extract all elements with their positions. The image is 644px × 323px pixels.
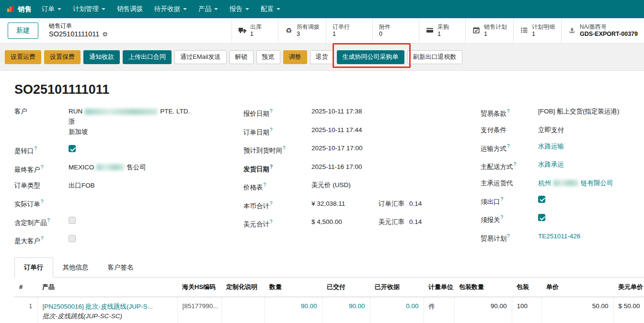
col-header-hs-code[interactable]: 海关HS编码 <box>177 278 221 297</box>
truck-icon <box>238 26 246 35</box>
order-type-value[interactable]: 出口FOB <box>69 181 95 190</box>
smart-button-attachments[interactable]: 附件0 <box>372 18 419 43</box>
transport-mode-link[interactable]: 水路运输 <box>538 142 564 151</box>
col-header-product[interactable]: 产品 <box>37 278 177 297</box>
nav-item-to-invoice[interactable]: 待开收据 <box>149 0 192 18</box>
main-delivery-link[interactable]: 水路承运 <box>538 160 564 169</box>
field-payment-term: 支付条件 立即支付 <box>481 125 644 135</box>
credit-card-icon <box>426 26 434 35</box>
preview-button[interactable]: 预览 <box>256 50 280 64</box>
usd-rate-label: 美元汇率 <box>379 217 404 227</box>
table-row[interactable]: 1 [PN25050016] 批次-皮线跳线(JUP-S... 批次-皮线跳线(… <box>14 297 644 323</box>
cell-product[interactable]: [PN25050016] 批次-皮线跳线(JUP-S... 批次-皮线跳线(JU… <box>37 297 177 323</box>
cell-package[interactable]: 100 <box>512 297 541 323</box>
usd-total-value[interactable]: $ 4,500.00 <box>311 217 379 227</box>
has-custom-product-checkbox[interactable] <box>69 217 76 224</box>
cell-invoiced[interactable]: 0.00 <box>370 297 424 323</box>
incoterm-value[interactable]: [FOB] 船上交货(指定装运港) <box>538 107 620 116</box>
cell-qty[interactable]: 90.00 <box>264 297 322 323</box>
nav-item-plan-management[interactable]: 计划管理 <box>68 0 111 18</box>
action-bar: 设置运费 设置保费 通知收款 上传出口合同 通过EMail发送 解锁 预览 调整… <box>0 43 644 71</box>
form-sheet: SO25101111011 客户 RUNPTE. LTD. 浙 新加坡 是转口?… <box>0 71 644 323</box>
smart-button-order-lines[interactable]: 订单行1 <box>326 18 372 43</box>
form-col-left: 客户 RUNPTE. LTD. 浙 新加坡 是转口? 最终客户? MEXICO售… <box>14 107 243 253</box>
col-header-package-qty[interactable]: 包装数量 <box>454 278 512 297</box>
col-header-usd-price[interactable]: 美元单价 <box>613 278 644 297</box>
col-header-delivered[interactable]: 已交付 <box>322 278 370 297</box>
unlock-button[interactable]: 解锁 <box>230 50 253 64</box>
refresh-export-tax-button[interactable]: 刷新出口退税数 <box>407 50 462 64</box>
quote-date-value[interactable]: 2025-10-11 17:38 <box>311 107 362 116</box>
order-lines-table: # 产品 海关HS编码 定制化说明 数量 已交付 已开收据 计量单位 包装数量 … <box>14 278 644 323</box>
breadcrumb-parent[interactable]: 销售订单 <box>49 22 108 30</box>
cell-hs-code[interactable]: [85177990... <box>177 297 221 323</box>
nav-item-products[interactable]: 产品 <box>193 0 223 18</box>
app-switcher[interactable]: 销售 <box>6 5 35 14</box>
breadcrumb-current: SO25101111011 ⚙ <box>49 30 108 39</box>
nav-item-reports[interactable]: 报告 <box>224 0 254 18</box>
col-header-package[interactable]: 包装 <box>512 278 541 297</box>
order-rate-value[interactable]: 0.14 <box>409 199 422 209</box>
set-insurance-button[interactable]: 设置保费 <box>44 50 80 64</box>
local-total-value[interactable]: ¥ 32,038.11 <box>311 199 379 209</box>
cell-uom[interactable]: 件 <box>424 297 454 323</box>
smart-button-delivery[interactable]: 出库1 <box>231 18 278 43</box>
return-button[interactable]: 退货 <box>310 50 334 64</box>
tab-order-lines[interactable]: 订单行 <box>14 257 53 278</box>
forwarder-link[interactable]: 杭州链有限公司 <box>538 178 613 188</box>
gear-icon[interactable]: ⚙ <box>102 30 108 39</box>
is-big-customer-checkbox[interactable] <box>69 235 76 242</box>
usd-rate-value[interactable]: 0.14 <box>409 217 422 227</box>
chevron-down-icon <box>214 8 218 10</box>
send-by-email-button[interactable]: 通过EMail发送 <box>174 50 227 64</box>
ship-date-value[interactable]: 2025-11-16 17:00 <box>311 162 362 172</box>
tab-other-info[interactable]: 其他信息 <box>53 257 98 278</box>
field-expected-arrival: 预计到货时间? 2025-10-17 17:00 <box>243 144 481 156</box>
tab-customer-signature[interactable]: 客户签名 <box>98 257 143 278</box>
is-reexport-checkbox[interactable] <box>69 145 76 152</box>
notify-payment-button[interactable]: 通知收款 <box>83 50 120 64</box>
col-header-custom-note[interactable]: 定制化说明 <box>221 278 264 297</box>
adjust-button[interactable]: 调整 <box>283 50 307 64</box>
cell-custom-note[interactable] <box>221 297 264 323</box>
new-button[interactable]: 新建 <box>8 22 38 39</box>
field-quote-date: 报价日期? 2025-10-11 17:38 <box>243 107 481 119</box>
final-customer-value[interactable]: MEXICO售公司 <box>69 163 146 172</box>
nav-item-settings[interactable]: 配置 <box>255 0 286 18</box>
smart-button-all-transfers[interactable]: ♻ 所有调拨3 <box>278 18 326 43</box>
need-customs-checkbox[interactable] <box>538 214 545 221</box>
set-freight-button[interactable]: 设置运费 <box>5 50 41 64</box>
form-grid: 客户 RUNPTE. LTD. 浙 新加坡 是转口? 最终客户? MEXICO售… <box>14 107 644 253</box>
field-pricelist: 价格表? 美元价 (USD) <box>243 180 481 192</box>
trade-plan-link[interactable]: TE251011-426 <box>538 232 580 241</box>
product-link[interactable]: [PN25050016] 批次-皮线跳线(JUP-S... <box>43 302 172 311</box>
create-intercompany-po-button[interactable]: 生成协同公司采购单 <box>337 50 404 64</box>
expected-arrival-value[interactable]: 2025-10-17 17:00 <box>311 144 363 153</box>
col-header-index[interactable]: # <box>14 278 37 297</box>
smart-button-plan-detail[interactable]: 计划明细1 <box>513 18 561 43</box>
cell-unit-price[interactable]: 50.00 <box>541 297 613 323</box>
smart-button-purchases[interactable]: 采购1 <box>419 18 465 43</box>
payment-term-value[interactable]: 立即支付 <box>538 125 564 135</box>
pricelist-value[interactable]: 美元价 (USD) <box>311 180 351 190</box>
cell-index[interactable]: 1 <box>14 297 37 323</box>
cell-usd-price[interactable]: $ 50.00 <box>613 297 644 323</box>
col-header-uom[interactable]: 计量单位 <box>424 278 454 297</box>
top-navbar: 销售 订单 计划管理 销售调拨 待开收据 产品 报告 配置 <box>0 0 644 18</box>
col-header-unit-price[interactable]: 单价 <box>541 278 613 297</box>
nav-item-orders[interactable]: 订单 <box>36 0 67 18</box>
need-export-checkbox[interactable] <box>538 196 545 203</box>
order-date-value[interactable]: 2025-10-11 17:44 <box>311 125 362 135</box>
col-header-invoiced[interactable]: 已开收据 <box>370 278 424 297</box>
col-header-qty[interactable]: 数量 <box>264 278 322 297</box>
customer-name[interactable]: RUNPTE. LTD. <box>69 107 190 116</box>
chevron-down-icon <box>183 8 187 10</box>
cell-delivered[interactable]: 90.00 <box>322 297 370 323</box>
app-icon <box>7 5 14 14</box>
smart-button-export-file[interactable]: ⚓ NA/墨西哥GDS-EXPORT-00379 <box>561 18 644 43</box>
smart-button-sales-plan[interactable]: 销售计划1 <box>465 18 513 43</box>
nav-item-sales-transfer[interactable]: 销售调拨 <box>112 0 148 18</box>
cell-package-qty[interactable]: 90.00 <box>454 297 512 323</box>
chevron-down-icon <box>58 8 61 10</box>
upload-export-contract-button[interactable]: 上传出口合同 <box>123 50 172 64</box>
